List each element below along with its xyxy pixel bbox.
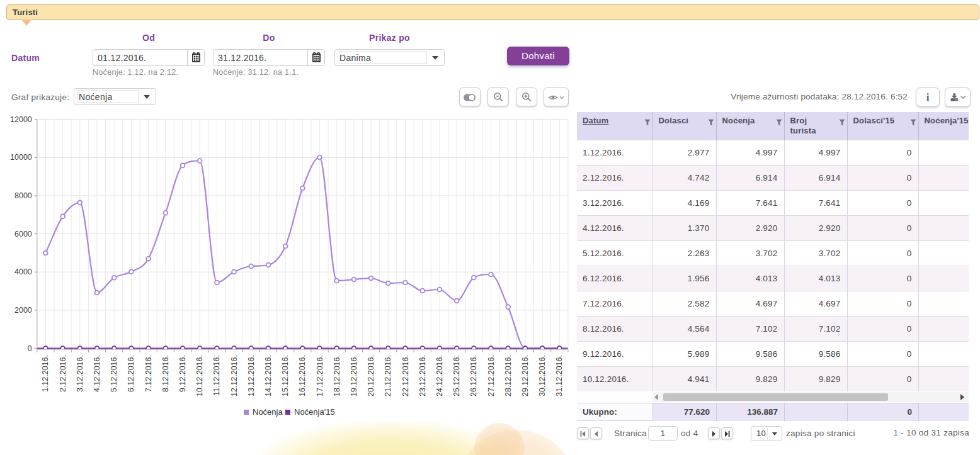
- svg-text:23.12.2016.: 23.12.2016.: [418, 355, 427, 396]
- svg-text:12.12.2016.: 12.12.2016.: [230, 355, 239, 396]
- svg-text:20.12.2016.: 20.12.2016.: [367, 355, 375, 396]
- svg-text:10.12.2016.: 10.12.2016.: [195, 355, 204, 396]
- svg-text:Noćenja'15: Noćenja'15: [294, 407, 335, 417]
- svg-text:2000: 2000: [14, 306, 32, 315]
- svg-text:3.12.2016.: 3.12.2016.: [76, 355, 84, 392]
- svg-text:4.12.2016.: 4.12.2016.: [93, 355, 101, 392]
- svg-text:13.12.2016.: 13.12.2016.: [247, 355, 256, 396]
- svg-text:29.12.2016.: 29.12.2016.: [521, 355, 530, 396]
- svg-text:2.12.2016.: 2.12.2016.: [59, 355, 67, 392]
- svg-text:8.12.2016.: 8.12.2016.: [161, 355, 170, 392]
- svg-text:17.12.2016.: 17.12.2016.: [316, 355, 324, 396]
- svg-text:Noćenja: Noćenja: [253, 407, 283, 417]
- svg-text:22.12.2016.: 22.12.2016.: [401, 355, 410, 396]
- svg-text:25.12.2016.: 25.12.2016.: [452, 355, 461, 396]
- svg-text:18.12.2016.: 18.12.2016.: [333, 355, 341, 396]
- svg-text:19.12.2016.: 19.12.2016.: [350, 355, 358, 396]
- svg-text:0: 0: [28, 344, 32, 353]
- svg-text:8000: 8000: [14, 191, 32, 200]
- svg-text:5.12.2016.: 5.12.2016.: [110, 355, 118, 392]
- svg-text:21.12.2016.: 21.12.2016.: [384, 355, 392, 396]
- svg-text:24.12.2016.: 24.12.2016.: [435, 355, 444, 396]
- svg-text:9.12.2016.: 9.12.2016.: [178, 355, 187, 392]
- svg-text:14.12.2016.: 14.12.2016.: [264, 355, 273, 396]
- svg-text:30.12.2016.: 30.12.2016.: [538, 355, 547, 396]
- svg-text:6.12.2016.: 6.12.2016.: [127, 355, 135, 392]
- svg-text:4000: 4000: [14, 267, 32, 276]
- svg-text:12000: 12000: [10, 115, 32, 124]
- svg-text:15.12.2016.: 15.12.2016.: [281, 355, 290, 396]
- svg-text:1.12.2016.: 1.12.2016.: [41, 355, 50, 392]
- svg-text:6000: 6000: [14, 230, 32, 239]
- svg-text:27.12.2016.: 27.12.2016.: [487, 355, 496, 396]
- svg-text:31.12.2016.: 31.12.2016.: [555, 355, 564, 396]
- svg-text:28.12.2016.: 28.12.2016.: [504, 355, 513, 396]
- svg-text:7.12.2016.: 7.12.2016.: [144, 355, 153, 392]
- svg-text:11.12.2016.: 11.12.2016.: [212, 355, 221, 396]
- svg-text:10000: 10000: [10, 153, 32, 162]
- svg-text:16.12.2016.: 16.12.2016.: [298, 355, 307, 396]
- svg-text:26.12.2016.: 26.12.2016.: [469, 355, 478, 396]
